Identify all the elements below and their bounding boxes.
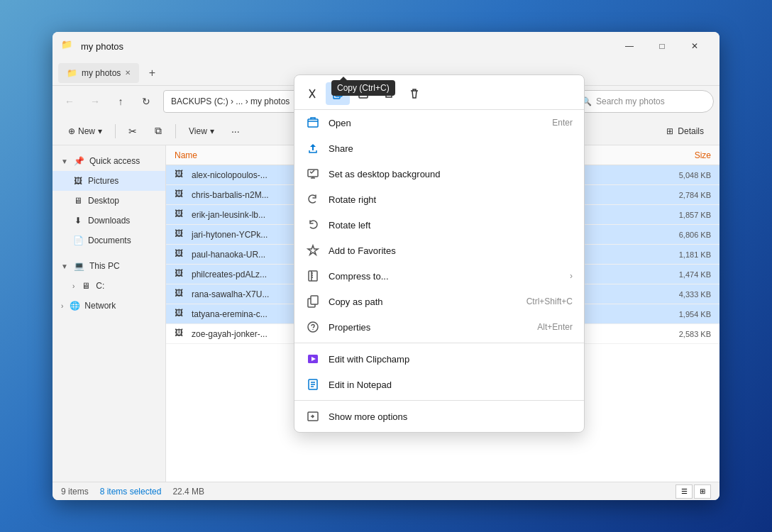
sidebar-label: Downloads: [88, 216, 130, 226]
svg-rect-6: [309, 271, 317, 281]
ctx-open-icon: [306, 116, 320, 130]
copy-button[interactable]: ⧉: [147, 120, 170, 143]
back-button[interactable]: ←: [58, 90, 81, 113]
sidebar-label: Documents: [88, 235, 131, 245]
ctx-copy-button[interactable]: [326, 82, 350, 105]
tab-icon: 📁: [67, 68, 77, 78]
downloads-icon: ⬇: [72, 215, 84, 226]
list-view-button[interactable]: ☰: [676, 484, 693, 499]
ctx-share-icon: [306, 141, 320, 155]
file-icon: 🖼: [175, 288, 187, 301]
svg-point-9: [308, 322, 318, 332]
search-box[interactable]: 🔍 Search my photos: [572, 90, 714, 113]
sidebar-item-downloads[interactable]: ⬇ Downloads: [53, 211, 165, 231]
sidebar-item-network[interactable]: › 🌐 Network: [53, 296, 165, 316]
ctx-open-shortcut: Enter: [552, 118, 573, 128]
context-menu-mini-toolbar: A: [294, 78, 584, 110]
ctx-clipchamp[interactable]: Edit with Clipchamp: [294, 346, 584, 372]
file-size: 1,857 KB: [640, 211, 711, 219]
ctx-notepad-icon: [306, 377, 320, 392]
sidebar-item-documents[interactable]: 📄 Documents: [53, 231, 165, 250]
new-plus-icon: ⊕: [68, 126, 75, 136]
ctx-rotate-left[interactable]: Rotate left: [294, 212, 584, 238]
tab-label: my photos: [82, 68, 121, 78]
ctx-copy-path-icon: [306, 294, 320, 309]
expand-icon: ▼: [61, 157, 68, 165]
file-icon: 🖼: [175, 268, 187, 281]
sidebar-item-drive[interactable]: › 🖥 C:: [53, 276, 165, 296]
file-icon: 🖼: [175, 189, 187, 201]
ctx-share-button[interactable]: [377, 82, 401, 105]
documents-icon: 📄: [72, 235, 84, 246]
ctx-rotate-right[interactable]: Rotate right: [294, 187, 584, 212]
file-size: 1,474 KB: [640, 270, 711, 279]
close-button[interactable]: ✕: [678, 35, 711, 57]
new-dropdown-icon: ▾: [98, 126, 102, 136]
ctx-clipchamp-icon: [306, 352, 320, 366]
file-icon: 🖼: [175, 169, 187, 182]
status-bar: 9 items 8 items selected 22.4 MB ☰ ⊞: [53, 482, 719, 500]
expand-icon: ›: [61, 302, 63, 310]
address-text: BACKUPS (C:) › ... › my photos: [171, 96, 290, 106]
grid-view-button[interactable]: ⊞: [694, 484, 711, 499]
ctx-share[interactable]: Share: [294, 135, 584, 161]
file-icon: 🖼: [175, 228, 187, 241]
file-icon: 🖼: [175, 209, 187, 221]
ctx-delete-button[interactable]: [402, 82, 426, 105]
sidebar-item-desktop[interactable]: 🖥 Desktop: [53, 191, 165, 211]
sidebar-item-quick-access[interactable]: ▼ 📌 Quick access: [53, 151, 165, 171]
sidebar-item-this-pc[interactable]: ▼ 💻 This PC: [53, 256, 165, 276]
ctx-open[interactable]: Open Enter: [294, 110, 584, 135]
ctx-copy-path-shortcut: Ctrl+Shift+C: [526, 297, 573, 306]
tab-close-button[interactable]: ✕: [125, 69, 131, 77]
minimize-button[interactable]: —: [613, 35, 646, 57]
details-icon: ⊞: [666, 126, 673, 136]
maximize-button[interactable]: □: [646, 35, 678, 57]
sidebar-label: Network: [84, 301, 116, 311]
details-label: Details: [678, 126, 704, 136]
ctx-clipchamp-label: Edit with Clipchamp: [329, 354, 573, 365]
up-button[interactable]: ↑: [109, 90, 132, 113]
selected-items: 8 items selected: [100, 487, 162, 497]
expand-icon: ›: [72, 282, 75, 290]
ctx-properties-shortcut: Alt+Enter: [537, 322, 573, 332]
sidebar-item-pictures[interactable]: 🖼 Pictures: [53, 171, 165, 191]
tab-my-photos[interactable]: 📁 my photos ✕: [58, 63, 139, 83]
sidebar-label: Pictures: [88, 176, 118, 186]
ctx-more-label: Show more options: [329, 411, 573, 422]
forward-button[interactable]: →: [84, 90, 106, 113]
more-button[interactable]: ···: [224, 120, 247, 143]
ctx-compress-label: Compress to...: [329, 271, 561, 282]
ctx-compress-arrow: ›: [570, 271, 573, 281]
file-size: 4,333 KB: [640, 290, 711, 299]
ctx-compress-icon: [306, 269, 320, 283]
ctx-more-options[interactable]: Show more options: [294, 404, 584, 429]
svg-rect-5: [308, 170, 318, 177]
details-button[interactable]: ⊞ Details: [659, 121, 711, 142]
new-button[interactable]: ⊕ New ▾: [61, 121, 109, 142]
ctx-compress[interactable]: Compress to... ›: [294, 263, 584, 289]
folder-icon: 📁: [61, 39, 75, 53]
drive-icon: 🖥: [80, 280, 92, 292]
file-size: 6,806 KB: [640, 231, 711, 239]
toolbar-divider-2: [175, 124, 176, 138]
new-tab-button[interactable]: +: [142, 63, 162, 83]
file-size: 2,784 KB: [640, 191, 711, 199]
ctx-properties[interactable]: Properties Alt+Enter: [294, 314, 584, 340]
ctx-add-favorites[interactable]: Add to Favorites: [294, 238, 584, 263]
desktop-icon: 🖥: [72, 195, 84, 206]
ctx-rotate-right-label: Rotate right: [329, 194, 573, 205]
selected-size: 22.4 MB: [172, 487, 204, 497]
ctx-cut-button[interactable]: [300, 82, 324, 105]
ctx-notepad[interactable]: Edit in Notepad: [294, 372, 584, 397]
sidebar-label: Desktop: [88, 196, 119, 206]
ctx-rename-button[interactable]: A: [351, 82, 375, 105]
ctx-copy-path[interactable]: Copy as path Ctrl+Shift+C: [294, 289, 584, 314]
ctx-set-desktop[interactable]: Set as desktop background: [294, 161, 584, 187]
refresh-button[interactable]: ↻: [135, 90, 158, 113]
pictures-icon: 🖼: [72, 175, 84, 187]
cut-button[interactable]: ✂: [121, 120, 144, 143]
window-controls: — □ ✕: [613, 35, 711, 57]
view-button[interactable]: View ▾: [182, 121, 221, 142]
sidebar-label: This PC: [89, 261, 120, 271]
